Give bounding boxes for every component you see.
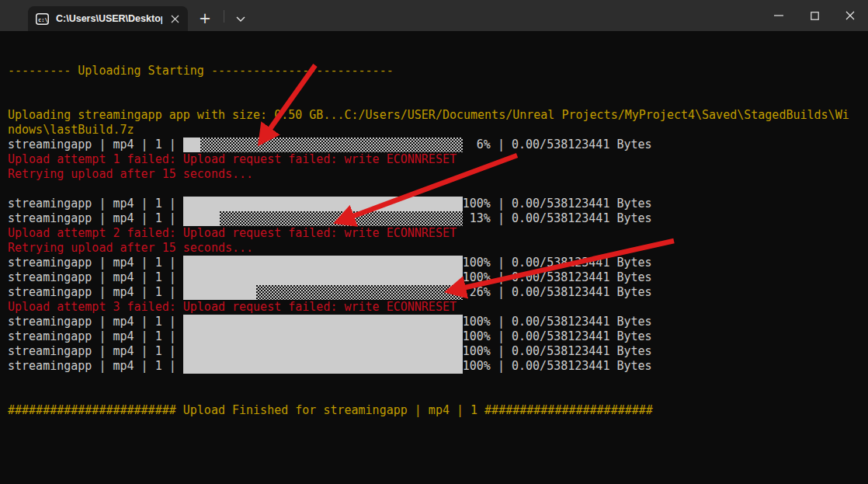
window-controls — [761, 0, 868, 31]
progress-bar-fill — [183, 315, 463, 329]
tab-dropdown-button[interactable] — [227, 6, 255, 31]
tab-close-icon[interactable] — [169, 12, 180, 26]
upload-progress-line: streamingapp | mp4 | 1 | 100% | 0.00/538… — [8, 270, 862, 285]
blank-line — [8, 388, 862, 403]
progress-bar — [183, 329, 463, 344]
upload-progress-line: streamingapp | mp4 | 1 | 26% | 0.00/5381… — [8, 285, 862, 300]
progress-bar-fill — [183, 211, 220, 226]
progress-prefix: streamingapp | mp4 | 1 | — [8, 270, 183, 285]
upload-error-line: Upload attempt 1 failed: Upload request … — [8, 152, 862, 167]
progress-bar-fill — [183, 138, 200, 152]
blank-line — [8, 49, 862, 64]
new-tab-button[interactable]: + — [191, 6, 219, 31]
tab-active[interactable]: c:\ C:\Users\USER\Desktop\E3DS — [28, 6, 188, 31]
upload-progress-line: streamingapp | mp4 | 1 | 6% | 0.00/53812… — [8, 138, 862, 152]
progress-prefix: streamingapp | mp4 | 1 | — [8, 359, 183, 374]
upload-info-line: Uploading streamingapp app with size: 0.… — [8, 108, 862, 123]
upload-progress-line: streamingapp | mp4 | 1 | 100% | 0.00/538… — [8, 256, 862, 270]
progress-value: 100% | 0.00/538123441 Bytes — [463, 315, 652, 329]
retry-line: Retrying upload after 15 seconds... — [8, 167, 862, 182]
progress-value: 100% | 0.00/538123441 Bytes — [463, 344, 652, 359]
progress-bar-fill — [183, 197, 463, 211]
progress-bar — [183, 270, 463, 285]
progress-bar — [183, 197, 463, 211]
upload-progress-line: streamingapp | mp4 | 1 | 100% | 0.00/538… — [8, 315, 862, 329]
progress-value: 6% | 0.00/538123441 Bytes — [463, 138, 652, 152]
progress-bar-fill — [183, 329, 463, 344]
progress-bar-fill — [183, 270, 463, 285]
progress-prefix: streamingapp | mp4 | 1 | — [8, 285, 183, 300]
progress-bar-remainder — [220, 211, 463, 226]
progress-bar — [183, 315, 463, 329]
close-button[interactable] — [832, 0, 868, 31]
progress-bar-fill — [183, 359, 463, 374]
progress-bar — [183, 138, 463, 152]
terminal-output[interactable]: --------- Uploading Starting -----------… — [0, 31, 868, 484]
upload-finished-banner: ######################## Upload Finished… — [8, 403, 862, 418]
progress-bar-fill — [183, 344, 463, 359]
progress-prefix: streamingapp | mp4 | 1 | — [8, 197, 183, 211]
blank-line — [8, 93, 862, 108]
progress-prefix: streamingapp | mp4 | 1 | — [8, 329, 183, 344]
minimize-button[interactable] — [761, 0, 797, 31]
upload-progress-line: streamingapp | mp4 | 1 | 100% | 0.00/538… — [8, 344, 862, 359]
upload-progress-line: streamingapp | mp4 | 1 | 100% | 0.00/538… — [8, 329, 862, 344]
progress-bar — [183, 359, 463, 374]
maximize-button[interactable] — [797, 0, 832, 31]
retry-line: Retrying upload after 15 seconds... — [8, 241, 862, 256]
progress-value: 100% | 0.00/538123441 Bytes — [463, 256, 652, 270]
upload-info-line-wrap: ndows\lastBuild.7z — [8, 123, 862, 138]
progress-bar — [183, 285, 463, 300]
progress-prefix: streamingapp | mp4 | 1 | — [8, 315, 183, 329]
upload-error-line: Upload attempt 3 failed: Upload request … — [8, 300, 862, 315]
progress-value: 100% | 0.00/538123441 Bytes — [463, 197, 652, 211]
progress-bar — [183, 256, 463, 270]
upload-progress-line: streamingapp | mp4 | 1 | 100% | 0.00/538… — [8, 359, 862, 374]
progress-prefix: streamingapp | mp4 | 1 | — [8, 256, 183, 270]
titlebar[interactable]: c:\ C:\Users\USER\Desktop\E3DS + — [0, 0, 868, 31]
blank-line — [8, 78, 862, 93]
uploading-starting-banner: --------- Uploading Starting -----------… — [8, 64, 862, 78]
svg-text:c:\: c:\ — [38, 16, 48, 23]
progress-prefix: streamingapp | mp4 | 1 | — [8, 211, 183, 226]
upload-progress-line: streamingapp | mp4 | 1 | 100% | 0.00/538… — [8, 197, 862, 211]
progress-bar-remainder — [200, 138, 463, 152]
progress-prefix: streamingapp | mp4 | 1 | — [8, 344, 183, 359]
titlebar-separator — [224, 10, 224, 23]
tab-title: C:\Users\USER\Desktop\E3DS — [56, 13, 162, 24]
progress-value: 13% | 0.00/538123441 Bytes — [463, 211, 652, 226]
progress-bar — [183, 211, 463, 226]
progress-value: 100% | 0.00/538123441 Bytes — [463, 329, 652, 344]
progress-bar-remainder — [256, 285, 463, 300]
blank-line — [8, 374, 862, 388]
blank-line — [8, 182, 862, 197]
upload-progress-line: streamingapp | mp4 | 1 | 13% | 0.00/5381… — [8, 211, 862, 226]
upload-error-line: Upload attempt 2 failed: Upload request … — [8, 226, 862, 241]
progress-value: 26% | 0.00/538123441 Bytes — [463, 285, 652, 300]
progress-value: 100% | 0.00/538123441 Bytes — [463, 270, 652, 285]
terminal-window: c:\ C:\Users\USER\Desktop\E3DS + ---- — [0, 0, 868, 484]
progress-bar-fill — [183, 285, 256, 300]
progress-bar-fill — [183, 256, 463, 270]
cmd-icon: c:\ — [36, 13, 49, 25]
progress-value: 100% | 0.00/538123441 Bytes — [463, 359, 652, 374]
progress-prefix: streamingapp | mp4 | 1 | — [8, 138, 183, 152]
progress-bar — [183, 344, 463, 359]
blank-line — [8, 34, 862, 49]
